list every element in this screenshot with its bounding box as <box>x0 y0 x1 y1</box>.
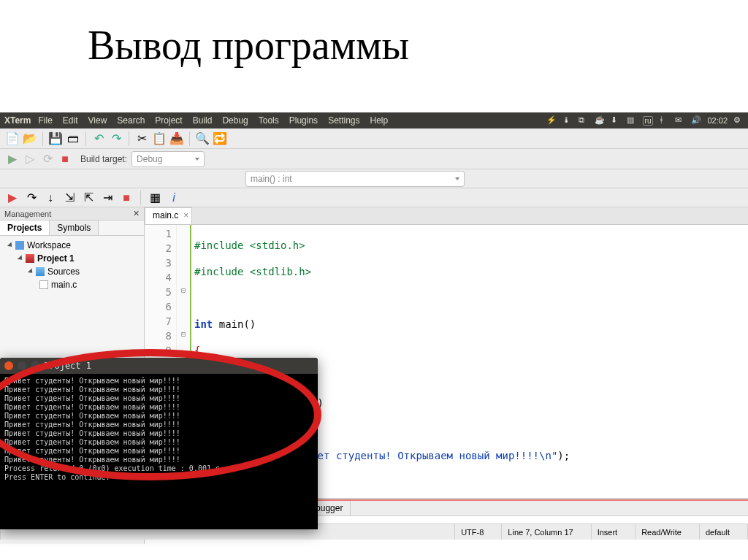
separator <box>85 131 86 146</box>
run-to-cursor-icon[interactable]: ▷ <box>22 151 38 167</box>
save-icon[interactable]: 💾 <box>47 131 64 147</box>
replace-icon[interactable]: 🔁 <box>212 131 228 147</box>
bluetooth-icon[interactable]: ᚼ <box>659 115 669 126</box>
folder-icon <box>36 267 45 276</box>
status-readwrite: Read/Write <box>636 524 700 540</box>
tree-workspace[interactable]: Workspace <box>3 239 141 252</box>
project-icon <box>26 254 34 263</box>
terminal-window[interactable]: Project 1 Привет студенты! Открываем нов… <box>0 358 318 529</box>
minimize-window-icon[interactable] <box>18 361 26 370</box>
run-icon[interactable]: ▶ <box>4 151 20 167</box>
menu-search[interactable]: Search <box>117 115 145 126</box>
status-cursor: Line 7, Column 17 <box>502 524 591 540</box>
step-icon[interactable]: ⟳ <box>39 151 56 167</box>
tree-sources[interactable]: Sources <box>3 265 141 278</box>
menu-debug[interactable]: Debug <box>222 115 248 126</box>
project-tree: Workspace Project 1 Sources main.c <box>0 236 144 294</box>
menu-edit[interactable]: Edit <box>63 115 78 126</box>
terminal-title: Project 1 <box>44 361 91 371</box>
toolbar-scope: main() : int <box>0 169 748 188</box>
save-all-icon[interactable]: 🗃 <box>65 131 81 147</box>
debug-stop-icon[interactable]: ■ <box>118 190 134 206</box>
debug-step-in-icon[interactable]: ⇲ <box>61 190 77 206</box>
volume-icon[interactable]: 🔊 <box>691 115 701 126</box>
messages-icon[interactable]: ✉ <box>675 115 685 126</box>
menu-settings[interactable]: Settings <box>328 115 359 126</box>
debug-step-over-icon[interactable]: ⇥ <box>99 190 115 206</box>
menubar: XTerm File Edit View Search Project Buil… <box>0 112 748 129</box>
power-icon[interactable]: ⚡ <box>546 115 557 126</box>
debug-continue-icon[interactable]: ↷ <box>23 190 39 206</box>
coffee-icon[interactable]: ☕ <box>595 115 605 126</box>
undo-icon[interactable]: ↶ <box>91 131 107 147</box>
menu-plugins[interactable]: Plugins <box>289 115 318 126</box>
editor-tab-main-c[interactable]: main.c <box>145 207 192 224</box>
management-header: Management ✕ <box>0 207 144 220</box>
dropbox-icon[interactable]: ⧉ <box>579 115 589 126</box>
menu-file[interactable]: File <box>38 115 52 126</box>
maximize-window-icon[interactable] <box>31 361 39 370</box>
menu-tools[interactable]: Tools <box>259 115 279 126</box>
toolbar-debug: ▶ ↷ ↓ ⇲ ⇱ ⇥ ■ ▦ i <box>0 188 748 207</box>
temperature-icon[interactable]: 🌡 <box>562 115 573 126</box>
build-target-label: Build target: <box>80 154 127 164</box>
status-insert-mode[interactable]: Insert <box>592 524 636 540</box>
close-window-icon[interactable] <box>4 361 13 370</box>
gear-icon[interactable]: ⚙ <box>733 115 744 126</box>
tree-file-main-c[interactable]: main.c <box>3 278 141 291</box>
download-icon[interactable]: ⬇ <box>611 115 621 126</box>
redo-icon[interactable]: ↷ <box>108 131 124 147</box>
menu-view[interactable]: View <box>88 115 107 126</box>
clock[interactable]: 02:02 <box>707 116 728 125</box>
separator <box>140 191 141 205</box>
workspace-icon <box>15 241 24 250</box>
menu: File Edit View Search Project Build Debu… <box>38 115 546 126</box>
status-eol[interactable]: default <box>700 524 748 540</box>
file-icon <box>39 280 48 289</box>
build-target-select[interactable]: Debug <box>131 151 205 167</box>
system-tray: ⚡ 🌡 ⧉ ☕ ⬇ ▥ ru ᚼ ✉ 🔊 02:02 ⚙ <box>546 115 744 126</box>
status-encoding[interactable]: UTF-8 <box>455 524 502 540</box>
debug-step-out-icon[interactable]: ⇱ <box>80 190 96 206</box>
network-icon[interactable]: ▥ <box>627 115 637 126</box>
close-panel-icon[interactable]: ✕ <box>133 209 140 218</box>
copy-icon[interactable]: 📋 <box>151 131 167 147</box>
tab-symbols[interactable]: Symbols <box>50 220 99 235</box>
menu-project[interactable]: Project <box>155 115 182 126</box>
terminal-output[interactable]: Привет студенты! Открываем новый мир!!!!… <box>0 374 318 485</box>
separator <box>189 131 190 146</box>
scope-function-select[interactable]: main() : int <box>245 171 465 187</box>
toolbar-main: 📄 📂 💾 🗃 ↶ ↷ ✂ 📋 📥 🔍 🔁 <box>0 129 748 149</box>
debug-start-icon[interactable]: ▶ <box>4 190 20 206</box>
find-icon[interactable]: 🔍 <box>194 131 210 147</box>
terminal-titlebar[interactable]: Project 1 <box>0 358 318 374</box>
slide-title: Вывод программы <box>0 0 748 91</box>
separator <box>42 131 43 146</box>
debug-windows-icon[interactable]: ▦ <box>147 190 163 206</box>
window-title: XTerm <box>4 115 31 126</box>
open-icon[interactable]: 📂 <box>22 131 38 147</box>
new-file-icon[interactable]: 📄 <box>4 131 20 147</box>
cut-icon[interactable]: ✂ <box>134 131 150 147</box>
info-icon[interactable]: i <box>166 190 182 206</box>
paste-icon[interactable]: 📥 <box>169 131 185 147</box>
toolbar-build: ▶ ▷ ⟳ ■ Build target: Debug <box>0 149 748 169</box>
keyboard-layout[interactable]: ru <box>643 116 654 126</box>
tree-project[interactable]: Project 1 <box>3 252 141 265</box>
menu-help[interactable]: Help <box>370 115 388 126</box>
tab-projects[interactable]: Projects <box>0 220 50 235</box>
menu-build[interactable]: Build <box>193 115 213 126</box>
debug-next-icon[interactable]: ↓ <box>42 190 58 206</box>
separator <box>129 131 129 146</box>
stop-icon[interactable]: ■ <box>57 151 73 167</box>
